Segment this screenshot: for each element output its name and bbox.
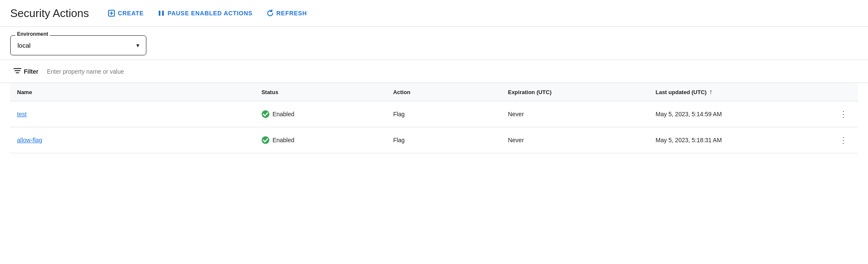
svg-rect-3 [159, 11, 160, 16]
environment-field: Environment local staging production ▼ [10, 35, 146, 55]
pause-icon [157, 9, 165, 17]
refresh-button[interactable]: REFRESH [261, 6, 312, 20]
row-expiration-1: Never [501, 127, 649, 153]
sort-up-arrow-icon[interactable]: ↑ [709, 88, 713, 96]
col-header-expiration: Expiration (UTC) [501, 83, 649, 101]
enabled-check-icon [261, 136, 270, 144]
row-lastupdated-1: May 5, 2023, 5:18:31 AM [649, 127, 829, 153]
svg-point-8 [262, 110, 269, 118]
row-kebab-menu-1[interactable]: ⋮ [836, 134, 851, 146]
toolbar-section: Environment local staging production ▼ [0, 27, 868, 60]
security-actions-table: Name Status Action Expiration (UTC) Last… [10, 83, 858, 153]
pause-label: PAUSE ENABLED ACTIONS [168, 10, 253, 17]
col-header-name: Name [10, 83, 254, 101]
header-actions: CREATE PAUSE ENABLED ACTIONS REFRESH [103, 6, 312, 20]
row-action-1: Flag [386, 127, 501, 153]
refresh-icon [266, 9, 274, 17]
row-kebab-menu-0[interactable]: ⋮ [836, 108, 851, 120]
pause-button[interactable]: PAUSE ENABLED ACTIONS [152, 6, 258, 20]
row-lastupdated-0: May 5, 2023, 5:14:59 AM [649, 101, 829, 127]
row-name-link-1[interactable]: allow-flag [17, 137, 42, 143]
table-row: testEnabledFlagNeverMay 5, 2023, 5:14:59… [10, 101, 858, 127]
page-title: Security Actions [10, 7, 89, 20]
table-row: allow-flagEnabledFlagNeverMay 5, 2023, 5… [10, 127, 858, 153]
filter-section: Filter [0, 60, 868, 83]
create-label: CREATE [118, 10, 144, 17]
filter-icon [14, 68, 21, 75]
filter-label: Filter [24, 68, 38, 75]
refresh-label: REFRESH [277, 10, 307, 17]
row-status-text-0: Enabled [272, 111, 294, 118]
create-icon [108, 9, 115, 17]
col-header-menu [829, 83, 858, 101]
row-expiration-0: Never [501, 101, 649, 127]
filter-button[interactable]: Filter [10, 66, 42, 77]
col-header-lastupdated: Last updated (UTC) ↑ [649, 83, 829, 101]
filter-input[interactable] [47, 68, 858, 75]
col-header-status: Status [254, 83, 386, 101]
row-status-0: Enabled [261, 110, 380, 118]
svg-point-9 [262, 136, 269, 144]
svg-rect-4 [162, 11, 164, 16]
row-name-link-0[interactable]: test [17, 111, 27, 118]
row-status-1: Enabled [261, 136, 380, 144]
environment-label: Environment [15, 31, 50, 37]
table-container: Name Status Action Expiration (UTC) Last… [0, 83, 868, 153]
enabled-check-icon [261, 110, 270, 118]
row-action-0: Flag [386, 101, 501, 127]
row-status-text-1: Enabled [272, 137, 294, 143]
environment-select[interactable]: local staging production [10, 35, 146, 55]
table-header-row: Name Status Action Expiration (UTC) Last… [10, 83, 858, 101]
create-button[interactable]: CREATE [103, 6, 149, 20]
col-header-action: Action [386, 83, 501, 101]
header: Security Actions CREATE PAUSE ENABLED AC… [0, 0, 868, 27]
